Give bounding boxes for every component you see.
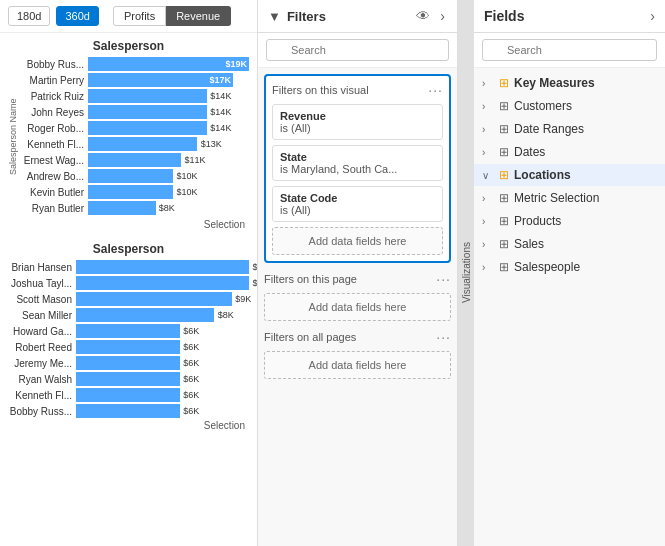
filter-item-state[interactable]: State is Maryland, South Ca...: [272, 145, 443, 181]
all-pages-more-button[interactable]: ···: [436, 329, 451, 345]
chart1-label-3: John Reyes: [20, 107, 88, 118]
field-group-sales: › ⊞ Sales: [474, 233, 665, 255]
chart2-bar-container-8: $6K: [76, 388, 249, 402]
filters-header: ▼ Filters 👁 ›: [258, 0, 457, 33]
field-group-key-measures: › ⊞ Key Measures: [474, 72, 665, 94]
360d-button[interactable]: 360d: [56, 6, 98, 26]
chart1-bar-container-7: $10K: [88, 169, 249, 183]
chart2-section: Salesperson Brian Hansen $10K Joshua Tay…: [0, 236, 257, 437]
chart1-value-1: $17K: [209, 73, 231, 87]
chart1-value-9: $8K: [159, 201, 175, 215]
chevron-sales-icon: ›: [482, 239, 494, 250]
chart1-row-0: Bobby Rus... $19K: [20, 57, 249, 71]
chart1-label-7: Andrew Bo...: [20, 171, 88, 182]
table-sales-icon: ⊞: [499, 237, 509, 251]
chart2-row-2: Scott Mason $9K: [8, 292, 249, 306]
chart1-selection-label: Selection: [8, 219, 249, 230]
chart1-bar-container-2: $14K: [88, 89, 249, 103]
chart1-row-2: Patrick Ruiz $14K: [20, 89, 249, 103]
filters-eye-button[interactable]: 👁: [414, 8, 432, 24]
filters-search-input[interactable]: [266, 39, 449, 61]
filters-chevron-right-button[interactable]: ›: [438, 8, 447, 24]
chart1-row-9: Ryan Butler $8K: [20, 201, 249, 215]
field-group-name-dates: Dates: [514, 145, 657, 159]
field-group-name-date-ranges: Date Ranges: [514, 122, 657, 136]
table-salespeople-icon: ⊞: [499, 260, 509, 274]
visual-more-button[interactable]: ···: [428, 82, 443, 98]
chart1-label-2: Patrick Ruiz: [20, 91, 88, 102]
field-group-header-customers[interactable]: › ⊞ Customers: [474, 95, 665, 117]
chart1-bar-5: [88, 137, 197, 151]
filter-state-value: is Maryland, South Ca...: [280, 163, 435, 175]
chart2-value-3: $8K: [218, 308, 234, 322]
page-more-button[interactable]: ···: [436, 271, 451, 287]
chart1-row-3: John Reyes $14K: [20, 105, 249, 119]
field-group-name-sales: Sales: [514, 237, 657, 251]
visual-section-title: Filters on this visual: [272, 84, 428, 96]
chart2-row-9: Bobby Russ... $6K: [8, 404, 249, 418]
table-dates-icon: ⊞: [499, 145, 509, 159]
chart1-bar-container-1: $17K: [88, 73, 249, 87]
field-group-header-metric-selection[interactable]: › ⊞ Metric Selection: [474, 187, 665, 209]
visualizations-sidebar[interactable]: Visualizations: [458, 0, 474, 546]
filter-item-revenue[interactable]: Revenue is (All): [272, 104, 443, 140]
chart2-bar-6: [76, 356, 180, 370]
table-customers-icon: ⊞: [499, 99, 509, 113]
fields-body: › ⊞ Key Measures › ⊞ Customers › ⊞ Date …: [474, 68, 665, 546]
field-group-header-dates[interactable]: › ⊞ Dates: [474, 141, 665, 163]
toggle-group: Profits Revenue: [113, 6, 231, 26]
chart2-bar-3: [76, 308, 214, 322]
visual-section-header: Filters on this visual ···: [272, 82, 443, 98]
field-group-header-products[interactable]: › ⊞ Products: [474, 210, 665, 232]
left-panel: 180d 360d Profits Revenue Salesperson Sa…: [0, 0, 258, 546]
chart1-label-0: Bobby Rus...: [20, 59, 88, 70]
field-group-header-locations[interactable]: ∨ ⊞ Locations: [474, 164, 665, 186]
chart2-row-3: Sean Miller $8K: [8, 308, 249, 322]
chart2-label-9: Bobby Russ...: [8, 406, 76, 417]
all-pages-section-header: Filters on all pages ···: [264, 329, 451, 345]
all-pages-add-fields-button[interactable]: Add data fields here: [264, 351, 451, 379]
chart2-value-6: $6K: [183, 356, 199, 370]
field-group-locations: ∨ ⊞ Locations: [474, 164, 665, 186]
fields-header: Fields ›: [474, 0, 665, 33]
visual-add-fields-button[interactable]: Add data fields here: [272, 227, 443, 255]
top-bar: 180d 360d Profits Revenue: [0, 0, 257, 33]
chart1-label-4: Roger Rob...: [20, 123, 88, 134]
field-group-header-salespeople[interactable]: › ⊞ Salespeople: [474, 256, 665, 278]
field-group-name-customers: Customers: [514, 99, 657, 113]
chart1-row-6: Ernest Wag... $11K: [20, 153, 249, 167]
filters-title: Filters: [287, 9, 408, 24]
page-section-header: Filters on this page ···: [264, 271, 451, 287]
all-pages-section-title: Filters on all pages: [264, 331, 436, 343]
chart1-bar-2: [88, 89, 207, 103]
field-group-header-sales[interactable]: › ⊞ Sales: [474, 233, 665, 255]
field-group-customers: › ⊞ Customers: [474, 95, 665, 117]
chart1-bar-container-9: $8K: [88, 201, 249, 215]
revenue-toggle[interactable]: Revenue: [166, 6, 231, 26]
180d-button[interactable]: 180d: [8, 6, 50, 26]
profits-toggle[interactable]: Profits: [113, 6, 166, 26]
chart1-section: Salesperson Salesperson Name Bobby Rus..…: [0, 33, 257, 236]
fields-chevron-button[interactable]: ›: [650, 8, 655, 24]
chevron-salespeople-icon: ›: [482, 262, 494, 273]
chart2-bar-2: [76, 292, 232, 306]
chart2-title: Salesperson: [8, 242, 249, 256]
chart2-label-4: Howard Ga...: [8, 326, 76, 337]
chart2-row-6: Jeremy Me... $6K: [8, 356, 249, 370]
chart2-label-0: Brian Hansen: [8, 262, 76, 273]
chevron-products-icon: ›: [482, 216, 494, 227]
table-date-ranges-icon: ⊞: [499, 122, 509, 136]
fields-search-input[interactable]: [482, 39, 657, 61]
chart1-bar-container-6: $11K: [88, 153, 249, 167]
fields-search-box: 🔍: [474, 33, 665, 68]
chart1-row-1: Martin Perry $17K: [20, 73, 249, 87]
page-add-fields-button[interactable]: Add data fields here: [264, 293, 451, 321]
field-group-header-date-ranges[interactable]: › ⊞ Date Ranges: [474, 118, 665, 140]
chart2-bar-container-0: $10K: [76, 260, 249, 274]
chart2-label-5: Robert Reed: [8, 342, 76, 353]
filter-item-statecode[interactable]: State Code is (All): [272, 186, 443, 222]
chart1-bar-8: [88, 185, 173, 199]
chart1-value-3: $14K: [210, 105, 231, 119]
field-group-header-key-measures[interactable]: › ⊞ Key Measures: [474, 72, 665, 94]
field-group-metric-selection: › ⊞ Metric Selection: [474, 187, 665, 209]
